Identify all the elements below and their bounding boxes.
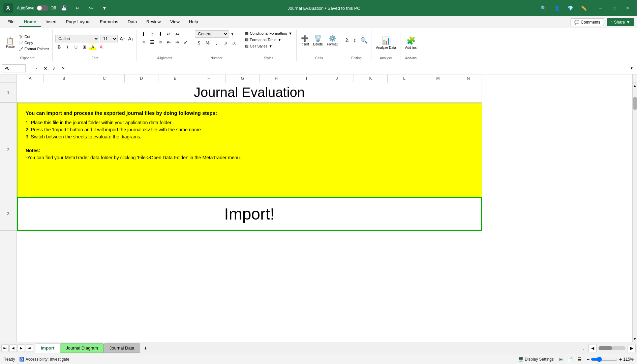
tab-prev-button[interactable]: ◀ bbox=[9, 344, 17, 352]
row-num-2[interactable]: 2 bbox=[0, 103, 17, 197]
user-avatar[interactable]: 👤 bbox=[551, 3, 562, 13]
delete-cells-button[interactable]: 🗑️ Delete bbox=[312, 34, 324, 47]
zoom-slider[interactable] bbox=[591, 357, 618, 362]
col-header-m[interactable]: M bbox=[421, 74, 455, 82]
zoom-out-button[interactable]: − bbox=[587, 357, 589, 362]
underline-button[interactable]: U bbox=[72, 43, 80, 51]
undo-button[interactable]: ↩ bbox=[72, 3, 83, 13]
import-cell[interactable]: Import! bbox=[17, 197, 482, 231]
add-sheet-button[interactable]: + bbox=[142, 344, 150, 352]
tab-import[interactable]: Import bbox=[35, 343, 60, 353]
align-top-button[interactable]: ⬆ bbox=[140, 30, 148, 38]
align-center-button[interactable]: ☰ bbox=[148, 38, 156, 46]
save-button[interactable]: 💾 bbox=[59, 3, 69, 13]
pen-icon[interactable]: ✏️ bbox=[578, 3, 589, 13]
tab-last-button[interactable]: ⏭ bbox=[26, 344, 33, 352]
normal-view-button[interactable]: ⊞ bbox=[556, 356, 565, 363]
cell-reference[interactable]: P6 bbox=[2, 64, 26, 72]
formula-more-button[interactable]: ⋮ bbox=[33, 64, 41, 72]
instructions-cell[interactable]: You can import and process the exported … bbox=[17, 103, 482, 197]
quick-access-dropdown[interactable]: ▼ bbox=[99, 3, 110, 13]
col-header-h[interactable]: H bbox=[260, 74, 293, 82]
formula-function-button[interactable]: fx bbox=[59, 64, 67, 72]
format-as-table-button[interactable]: ▤ Format as Table ▼ bbox=[243, 37, 294, 42]
page-break-view-button[interactable]: ☰ bbox=[575, 356, 584, 363]
search-button[interactable]: 🔍 bbox=[538, 3, 549, 13]
wrap-text-button[interactable]: ↵ bbox=[165, 30, 173, 38]
tab-formulas[interactable]: Formulas bbox=[95, 17, 123, 27]
zoom-in-button[interactable]: + bbox=[619, 357, 622, 362]
row-num-1[interactable]: 1 bbox=[0, 82, 17, 103]
bold-button[interactable]: B bbox=[55, 43, 63, 51]
tab-review[interactable]: Review bbox=[142, 17, 165, 27]
accessibility-area[interactable]: ♿ Accessibility: Investigate bbox=[19, 357, 69, 362]
cell-styles-button[interactable]: ▧ Cell Styles ▼ bbox=[243, 43, 294, 49]
increase-decimal-button[interactable]: .00 bbox=[230, 39, 238, 47]
formula-confirm-button[interactable]: ✓ bbox=[50, 64, 58, 72]
format-painter-button[interactable]: 🖌️ Format Painter bbox=[18, 46, 51, 52]
col-header-k[interactable]: K bbox=[354, 74, 388, 82]
title-cell[interactable]: Journal Evaluation bbox=[17, 82, 482, 103]
tab-help[interactable]: Help bbox=[184, 17, 203, 27]
scroll-up-button[interactable]: ▲ bbox=[633, 82, 637, 89]
row-num-3[interactable]: 3 bbox=[0, 197, 17, 231]
percent-button[interactable]: % bbox=[204, 39, 212, 47]
align-bottom-button[interactable]: ⬇ bbox=[156, 30, 164, 38]
minimize-button[interactable]: ─ bbox=[595, 3, 607, 13]
redo-button[interactable]: ↪ bbox=[86, 3, 96, 13]
format-cells-button[interactable]: ⚙️ Format bbox=[326, 34, 339, 47]
insert-cells-button[interactable]: ➕ Insert bbox=[299, 34, 310, 47]
tab-first-button[interactable]: ⏮ bbox=[1, 344, 9, 352]
col-header-e[interactable]: E bbox=[158, 74, 192, 82]
increase-font-button[interactable]: A↑ bbox=[119, 35, 126, 42]
align-middle-button[interactable]: ↕ bbox=[148, 30, 156, 38]
number-format-select[interactable]: General bbox=[195, 30, 229, 38]
col-header-b[interactable]: B bbox=[44, 74, 84, 82]
tab-page-layout[interactable]: Page Layout bbox=[61, 17, 95, 27]
col-header-l[interactable]: L bbox=[388, 74, 421, 82]
comments-button[interactable]: 💬 Comments bbox=[571, 18, 604, 26]
fill-color-button[interactable]: A bbox=[89, 43, 96, 51]
col-header-n[interactable]: N bbox=[455, 74, 482, 82]
diamond-icon[interactable]: 💎 bbox=[565, 3, 576, 13]
conditional-formatting-button[interactable]: ▦ Conditional Formatting ▼ bbox=[243, 30, 294, 36]
align-right-button[interactable]: ≡ bbox=[156, 38, 164, 46]
tab-data[interactable]: Data bbox=[123, 17, 142, 27]
autosave-toggle[interactable] bbox=[36, 5, 49, 11]
font-size-select[interactable]: 11 bbox=[100, 35, 118, 42]
currency-button[interactable]: $ bbox=[195, 39, 203, 47]
font-family-select[interactable]: Calibri bbox=[55, 35, 99, 42]
tab-scroll-left-button[interactable]: ◀ bbox=[588, 344, 597, 352]
share-button[interactable]: ↑ Share ▼ bbox=[607, 18, 634, 26]
font-color-button[interactable]: A bbox=[97, 43, 105, 51]
restore-button[interactable]: □ bbox=[608, 3, 620, 13]
copy-button[interactable]: 📄 Copy bbox=[18, 40, 51, 46]
analyze-data-button[interactable]: 📊 Analyze Data bbox=[374, 36, 398, 50]
col-header-g[interactable]: G bbox=[226, 74, 260, 82]
orientation-button[interactable]: ⤢ bbox=[182, 38, 190, 46]
sort-button[interactable]: ↕ bbox=[352, 36, 358, 45]
align-left-button[interactable]: ≡ bbox=[140, 38, 148, 46]
decrease-indent-button[interactable]: ⇤ bbox=[165, 38, 173, 46]
formula-input[interactable] bbox=[69, 64, 626, 72]
cut-button[interactable]: ✂️ Cut bbox=[18, 34, 51, 40]
number-expand-button[interactable]: ▼ bbox=[229, 30, 235, 38]
decrease-font-button[interactable]: A↓ bbox=[127, 35, 134, 42]
tab-insert[interactable]: Insert bbox=[41, 17, 61, 27]
col-header-c[interactable]: C bbox=[84, 74, 125, 82]
close-button[interactable]: ✕ bbox=[621, 3, 634, 13]
scroll-thumb[interactable] bbox=[633, 97, 637, 110]
page-layout-view-button[interactable]: 📄 bbox=[566, 356, 575, 363]
find-button[interactable]: 🔍 bbox=[359, 36, 369, 45]
tab-file[interactable]: File bbox=[3, 17, 19, 27]
display-settings-button[interactable]: 🖥️ Display Settings bbox=[518, 357, 554, 362]
paste-button[interactable]: 📋 Paste bbox=[4, 37, 17, 49]
tab-home[interactable]: Home bbox=[19, 17, 41, 27]
add-ins-button[interactable]: 🧩 Add-ins bbox=[403, 36, 419, 50]
scroll-down-button[interactable]: ▼ bbox=[633, 336, 637, 342]
tab-journal-data[interactable]: Journal Data bbox=[104, 343, 140, 353]
col-header-a[interactable]: A bbox=[17, 74, 44, 82]
col-header-i[interactable]: I bbox=[293, 74, 320, 82]
tab-options-button[interactable]: ⋮ bbox=[581, 346, 586, 351]
comma-button[interactable]: , bbox=[212, 39, 220, 47]
